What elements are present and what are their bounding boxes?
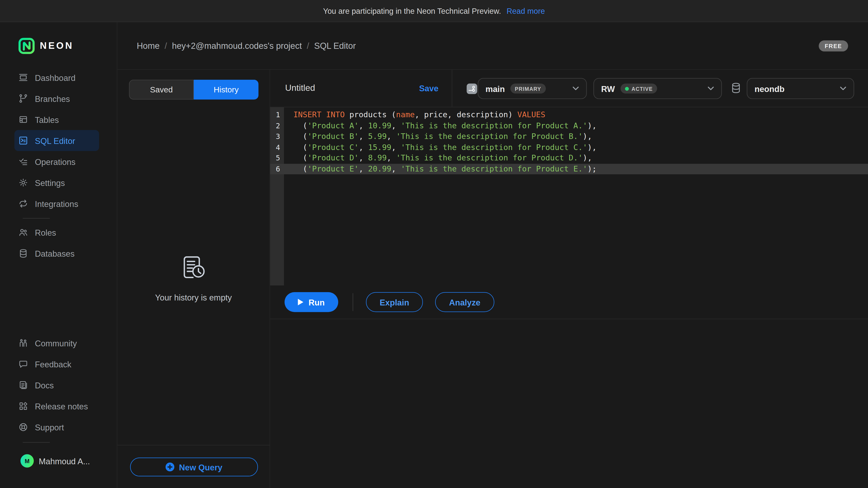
breadcrumb-segment-hey-2-mahmoud-codes-s-project: / hey+2@mahmoud.codes's project: [160, 41, 302, 51]
code-line[interactable]: 5 ('Product D', 8.99, 'This is the descr…: [270, 153, 868, 164]
sidebar-item-dashboard[interactable]: Dashboard: [18, 67, 108, 88]
code-lines: 1 INSERT INTO products (name, price, des…: [270, 107, 868, 174]
code-line[interactable]: 3 ('Product B', 5.99, 'This is the descr…: [270, 131, 868, 142]
plan-badge: FREE: [819, 40, 848, 51]
sidebar-item-label: Dashboard: [35, 73, 75, 82]
user-name: Mahmoud A...: [39, 456, 90, 466]
code-text: INSERT INTO products (name, price, descr…: [284, 109, 545, 121]
feedback-icon: [18, 359, 28, 369]
sidebar-divider: [0, 438, 117, 446]
tab-saved[interactable]: Saved: [129, 80, 194, 100]
query-title[interactable]: Untitled: [285, 83, 315, 93]
sidebar-item-label: Settings: [35, 178, 65, 187]
save-button[interactable]: Save: [419, 84, 438, 93]
sidebar-item-community[interactable]: Community: [18, 332, 108, 354]
run-button[interactable]: Run: [285, 292, 338, 312]
status-dot: [625, 87, 629, 90]
code-line[interactable]: 2 ('Product A', 10.99, 'This is the desc…: [270, 121, 868, 131]
sidebar-item-docs[interactable]: Docs: [18, 375, 108, 396]
breadcrumb-item[interactable]: SQL Editor: [314, 41, 356, 51]
sidebar-item-release-notes[interactable]: Release notes: [18, 396, 108, 417]
sidebar-item-roles[interactable]: Roles: [18, 222, 108, 243]
sidebar-item-label: SQL Editor: [35, 136, 75, 145]
new-query-label: New Query: [179, 462, 222, 472]
compute-select[interactable]: RW ACTIVE: [593, 78, 722, 99]
sidebar-item-integrations[interactable]: Integrations: [18, 193, 108, 214]
sidebar-item-tables[interactable]: Tables: [18, 109, 108, 130]
sidebar-item-branches[interactable]: Branches: [18, 88, 108, 109]
analyze-button[interactable]: Analyze: [435, 292, 494, 312]
sidebar-item-label: Databases: [35, 249, 74, 258]
database-select[interactable]: neondb: [747, 78, 854, 99]
sidebar-item-label: Release notes: [35, 401, 88, 411]
sidebar-item-label: Operations: [35, 157, 75, 166]
avatar: M: [21, 454, 34, 468]
results-panel: [270, 319, 868, 488]
sidebar-item-operations[interactable]: Operations: [18, 151, 108, 172]
history-empty-state: Your history is empty: [117, 254, 270, 302]
breadcrumb-item[interactable]: hey+2@mahmoud.codes's project: [172, 41, 302, 51]
line-number: 2: [270, 121, 284, 131]
user-menu[interactable]: M Mahmoud A...: [0, 447, 117, 475]
tables-icon: [18, 115, 28, 125]
sidebar-item-label: Tables: [35, 115, 59, 124]
database-name: neondb: [754, 84, 784, 93]
new-query-button[interactable]: New Query: [130, 457, 258, 476]
sidebar-main-nav: Dashboard Branches Tables SQL Editor Ope…: [0, 67, 117, 264]
integrations-icon: [18, 199, 28, 208]
actions-divider: [352, 293, 353, 311]
sidebar-divider: [0, 214, 117, 222]
sidebar-item-feedback[interactable]: Feedback: [18, 354, 108, 375]
active-status-badge: ACTIVE: [620, 84, 657, 94]
tab-label: Saved: [150, 85, 173, 94]
sidebar-item-databases[interactable]: Databases: [18, 243, 108, 264]
breadcrumb-segment-sql-editor: / SQL Editor: [302, 41, 356, 51]
sidebar-item-label: Integrations: [35, 199, 78, 208]
sidebar-item-support[interactable]: Support: [18, 417, 108, 437]
tab-history[interactable]: History: [194, 80, 258, 100]
code-line[interactable]: 1 INSERT INTO products (name, price, des…: [270, 109, 868, 121]
status-label: ACTIVE: [631, 86, 653, 92]
operations-icon: [18, 157, 28, 166]
run-label: Run: [309, 297, 324, 307]
brand[interactable]: NEON: [18, 38, 74, 54]
roles-icon: [18, 228, 28, 237]
editor-header: Untitled Save main PRIMARY RW: [270, 70, 868, 107]
code-text: ('Product B', 5.99, 'This is the descrip…: [284, 131, 592, 142]
settings-icon: [18, 177, 28, 188]
databases-icon: [18, 249, 28, 258]
code-line[interactable]: 6 ('Product E', 20.99, 'This is the desc…: [270, 164, 868, 174]
code-text: ('Product D', 8.99, 'This is the descrip…: [284, 153, 592, 164]
banner-message: You are participating in the Neon Techni…: [323, 6, 501, 15]
sidebar-item-label: Community: [35, 338, 77, 348]
chevron-down-icon: [572, 86, 579, 91]
breadcrumb-item[interactable]: Home: [137, 41, 160, 51]
explain-button[interactable]: Explain: [366, 292, 423, 312]
breadcrumb-separator: /: [164, 41, 167, 51]
sidebar-footer-nav: Community Feedback Docs Release notes Su…: [0, 332, 117, 437]
branch-icon-button[interactable]: [467, 84, 477, 94]
primary-badge: PRIMARY: [510, 84, 546, 94]
branch-name: main: [486, 84, 505, 93]
dashboard-icon: [18, 72, 28, 83]
docs-icon: [18, 380, 28, 390]
sidebar-item-label: Branches: [35, 94, 70, 103]
community-icon: [18, 338, 28, 348]
header-divider: [452, 70, 452, 107]
breadcrumb: Home / hey+2@mahmoud.codes's project / S…: [137, 41, 819, 51]
sql-editor-panel: Untitled Save main PRIMARY RW: [270, 69, 868, 488]
branch-select[interactable]: main PRIMARY: [477, 78, 587, 99]
code-editor[interactable]: 1 INSERT INTO products (name, price, des…: [270, 107, 868, 286]
history-empty-text: Your history is empty: [155, 293, 232, 302]
code-line[interactable]: 4 ('Product C', 15.99, 'This is the desc…: [270, 142, 868, 153]
read-more-link[interactable]: Read more: [506, 6, 545, 15]
release-notes-icon: [18, 401, 28, 411]
chevron-down-icon: [840, 86, 846, 91]
support-icon: [18, 422, 28, 432]
sidebar-item-label: Docs: [35, 381, 54, 390]
sidebar-item-sql-editor[interactable]: SQL Editor: [14, 130, 99, 151]
sidebar: NEON Dashboard Branches Tables SQL Edito…: [0, 22, 117, 488]
database-icon: [731, 82, 741, 94]
history-empty-icon: [179, 254, 208, 283]
sidebar-item-settings[interactable]: Settings: [18, 172, 108, 193]
